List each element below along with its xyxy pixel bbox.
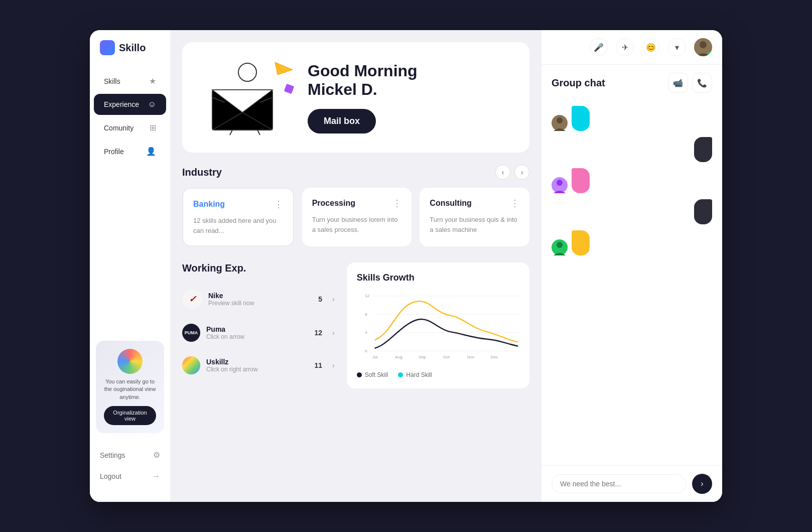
send-button[interactable]: ✈ (616, 38, 634, 56)
exp-item-uskillz: Uskillz Click on right arrow 11 › (182, 349, 335, 382)
message-bubble-3 (572, 168, 590, 193)
puma-arrow-icon[interactable]: › (332, 329, 335, 337)
group-chat-header: Group chat 📹 📞 (542, 65, 722, 101)
processing-card-desc: Turn your business lorem into a sales pr… (312, 215, 402, 234)
processing-card-menu-icon[interactable]: ⋮ (392, 198, 401, 209)
logo-icon (100, 40, 115, 55)
industry-nav-arrows: ‹ › (495, 165, 529, 180)
soft-skill-label: Soft Skill (365, 371, 388, 378)
chart-container: Skills Growth 12 8 4 0 (347, 262, 529, 388)
hard-skill-label: Hard Skill (406, 371, 432, 378)
svg-text:Oct: Oct (443, 355, 450, 359)
chat-action-buttons: 📹 📞 (668, 73, 712, 93)
send-message-button[interactable]: › (692, 474, 712, 494)
working-exp-section: Working Exp. ✓ Nike Preview skill now 5 … (182, 262, 335, 388)
svg-point-0 (238, 63, 256, 81)
sidebar: Skillo Skills ★ Experience ☺ Comunity ⊞ … (90, 30, 170, 502)
svg-text:Aug: Aug (395, 355, 402, 359)
star-icon: ★ (149, 76, 156, 86)
mic-button[interactable]: 🎤 (590, 38, 608, 56)
hero-name: Mickel D. (308, 80, 514, 99)
hero-greeting: Good Morning (308, 61, 514, 80)
online-indicator (708, 52, 712, 56)
svg-text:12: 12 (365, 294, 370, 298)
puma-name: Puma (206, 325, 308, 333)
svg-line-7 (230, 130, 232, 135)
chat-messages (542, 101, 722, 465)
sidebar-item-logout[interactable]: Logout → (90, 466, 170, 487)
hero-text: Good Morning Mickel D. Mail box (308, 61, 514, 134)
experience-icon: ☺ (148, 100, 156, 109)
banking-card-menu-icon[interactable]: ⋮ (274, 199, 283, 210)
logout-icon: → (152, 472, 160, 481)
emoji-button[interactable]: 😊 (642, 38, 660, 56)
skills-chart: 12 8 4 0 Jul (357, 291, 519, 364)
sidebar-item-settings[interactable]: Settings ⚙ (90, 444, 170, 466)
svg-marker-9 (275, 62, 293, 75)
sender-avatar-5 (552, 239, 568, 255)
voice-call-button[interactable]: 📞 (692, 73, 712, 93)
nike-info: Nike Preview skill now (208, 292, 312, 307)
svg-text:Sep: Sep (419, 355, 426, 359)
svg-line-8 (257, 130, 260, 135)
message-row-3 (552, 168, 712, 193)
video-call-button[interactable]: 📹 (668, 73, 688, 93)
promo-orb (117, 349, 143, 374)
nike-count: 5 (318, 295, 322, 303)
sidebar-bottom-nav: Settings ⚙ Logout → (90, 439, 170, 492)
sender-avatar-3 (552, 177, 568, 193)
sidebar-item-profile[interactable]: Profile 👤 (94, 141, 166, 162)
uskillz-info: Uskillz Click on right arrow (206, 358, 308, 373)
bottom-sections: Working Exp. ✓ Nike Preview skill now 5 … (182, 262, 529, 388)
nike-logo: ✓ (182, 289, 202, 309)
sidebar-item-skills[interactable]: Skills ★ (94, 70, 166, 92)
message-row-2 (552, 137, 712, 162)
logo-text: Skillo (119, 42, 146, 54)
industry-prev-button[interactable]: ‹ (495, 165, 510, 180)
hero-illustration (197, 57, 298, 138)
puma-count: 12 (314, 329, 322, 337)
chart-legend: Soft Skill Hard Skill (357, 371, 519, 378)
puma-logo: PUMA (182, 324, 200, 342)
uskillz-name: Uskillz (206, 358, 308, 366)
svg-text:0: 0 (365, 349, 367, 353)
nike-arrow-icon[interactable]: › (332, 295, 335, 303)
sidebar-item-experience[interactable]: Experience ☺ (94, 94, 166, 115)
settings-icon: ⚙ (153, 450, 160, 460)
chevron-down-icon[interactable]: ▾ (668, 38, 686, 56)
user-avatar[interactable] (694, 38, 712, 56)
svg-text:4: 4 (365, 330, 367, 335)
svg-point-29 (557, 117, 563, 123)
svg-text:Jul: Jul (372, 355, 378, 359)
exp-item-puma: PUMA Puma Click on arrow 12 › (182, 317, 335, 349)
svg-text:8: 8 (365, 312, 367, 317)
legend-soft-skill: Soft Skill (357, 371, 388, 378)
organization-view-button[interactable]: Orginalization view (104, 406, 156, 425)
industry-next-button[interactable]: › (514, 165, 529, 180)
working-exp-title: Working Exp. (182, 262, 335, 274)
consulting-card-menu-icon[interactable]: ⋮ (510, 198, 519, 209)
sidebar-item-comunity[interactable]: Comunity ⊞ (94, 117, 166, 139)
chart-title: Skills Growth (357, 273, 519, 283)
chat-input[interactable] (552, 474, 686, 493)
industry-card-processing[interactable]: Processing ⋮ Turn your business lorem in… (302, 188, 412, 246)
industry-card-banking[interactable]: Banking ⋮ 12 skills added here and you c… (182, 188, 294, 246)
profile-icon: 👤 (146, 147, 156, 156)
uskillz-arrow-icon[interactable]: › (332, 361, 335, 369)
industry-section-header: Industry ‹ › (182, 165, 529, 180)
sidebar-promo: You can easily go to the ouginational vi… (96, 341, 164, 433)
svg-point-27 (700, 41, 707, 48)
svg-text:Nov: Nov (467, 355, 474, 359)
skills-growth-section: Skills Growth 12 8 4 0 (347, 262, 529, 388)
legend-hard-skill: Hard Skill (398, 371, 432, 378)
mailbox-button[interactable]: Mail box (308, 109, 376, 134)
hard-skill-dot (398, 372, 403, 377)
industry-card-consulting[interactable]: Consulting ⋮ Turn your business quis & i… (420, 188, 529, 246)
sender-avatar-1 (552, 115, 568, 131)
svg-point-31 (557, 180, 563, 186)
app-logo: Skillo (90, 40, 170, 70)
nike-sub: Preview skill now (208, 300, 312, 307)
svg-text:Dec: Dec (491, 355, 498, 359)
consulting-card-desc: Turn your business quis & into a sales m… (430, 215, 519, 234)
message-bubble-2 (694, 137, 712, 162)
